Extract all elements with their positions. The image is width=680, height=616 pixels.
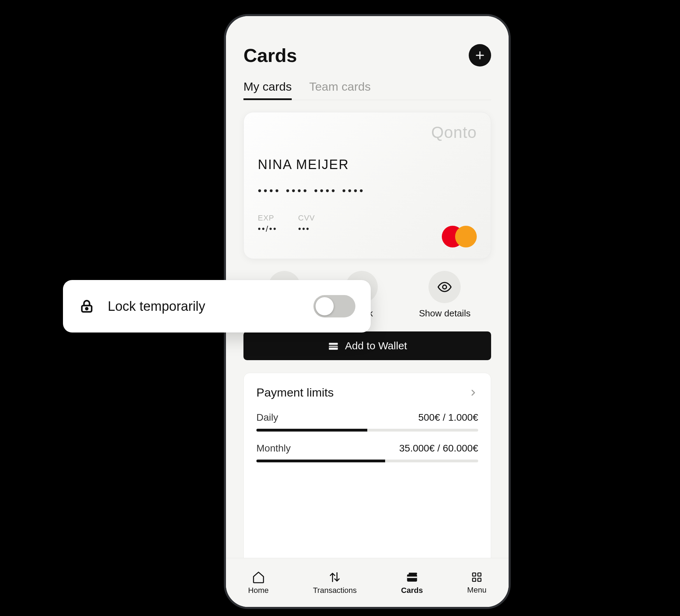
nav-menu[interactable]: Menu [467,571,487,595]
limit-daily-label: Daily [256,412,278,423]
svg-rect-12 [407,576,417,578]
nav-menu-label: Menu [467,586,487,595]
cards-icon [405,570,419,584]
nav-transactions[interactable]: Transactions [313,570,357,595]
nav-home[interactable]: Home [248,570,269,595]
transactions-icon [328,570,341,584]
add-to-wallet-button[interactable]: Add to Wallet [243,331,491,360]
svg-rect-15 [478,573,481,576]
card-exp-value: ••/•• [258,224,277,234]
svg-rect-13 [409,573,417,574]
show-details-button[interactable]: Show details [419,271,470,319]
limits-title: Payment limits [256,386,334,399]
svg-rect-10 [329,347,338,348]
nav-transactions-label: Transactions [313,586,357,595]
limits-header: Payment limits [256,386,478,399]
card-cvv-value: ••• [298,224,315,234]
toggle-knob [316,297,334,315]
limit-monthly-bar [256,460,478,462]
header: Cards [243,44,491,66]
card-cvv-label: CVV [298,214,315,223]
mastercard-logo [442,226,477,247]
card-exp: EXP ••/•• [258,214,277,234]
card-holder-name: NINA MEIJER [258,157,477,172]
limit-monthly: Monthly 35.000€ / 60.000€ [256,443,478,462]
tab-team-cards[interactable]: Team cards [309,80,371,100]
limit-daily: Daily 500€ / 1.000€ [256,412,478,432]
svg-point-7 [443,285,447,289]
limit-monthly-label: Monthly [256,443,291,454]
svg-point-19 [86,308,88,310]
bottom-nav: Home Transactions Cards Menu [226,558,509,607]
show-details-label: Show details [419,308,470,319]
svg-rect-14 [473,573,476,576]
card-exp-label: EXP [258,214,277,223]
lock-icon [78,298,95,315]
card-visual[interactable]: Qonto NINA MEIJER •••• •••• •••• •••• EX… [243,112,491,259]
lock-temporarily-popup: Lock temporarily [63,280,371,332]
wallet-button-label: Add to Wallet [345,340,407,352]
card-brand: Qonto [431,123,477,142]
limit-monthly-value: 35.000€ / 60.000€ [399,443,478,454]
svg-rect-9 [329,346,338,350]
lock-popup-label: Lock temporarily [108,299,301,314]
limit-monthly-fill [256,460,385,462]
limit-daily-bar [256,429,478,432]
menu-grid-icon [470,571,483,583]
nav-cards-label: Cards [401,586,423,595]
svg-rect-16 [473,578,476,581]
nav-cards[interactable]: Cards [401,570,423,595]
add-card-button[interactable] [469,44,491,66]
nav-home-label: Home [248,586,269,595]
eye-icon [437,279,452,295]
card-cvv: CVV ••• [298,214,315,234]
chevron-right-icon [468,388,478,398]
page-title: Cards [243,44,297,66]
limit-daily-value: 500€ / 1.000€ [418,412,478,423]
tab-my-cards[interactable]: My cards [243,80,292,100]
home-icon [252,570,265,584]
svg-rect-17 [478,578,481,581]
svg-rect-8 [329,343,338,345]
card-number-masked: •••• •••• •••• •••• [258,185,477,197]
tabs: My cards Team cards [243,80,491,100]
limit-daily-fill [256,429,367,432]
plus-icon [475,50,485,61]
wallet-icon [327,340,339,352]
lock-toggle[interactable] [313,295,355,317]
